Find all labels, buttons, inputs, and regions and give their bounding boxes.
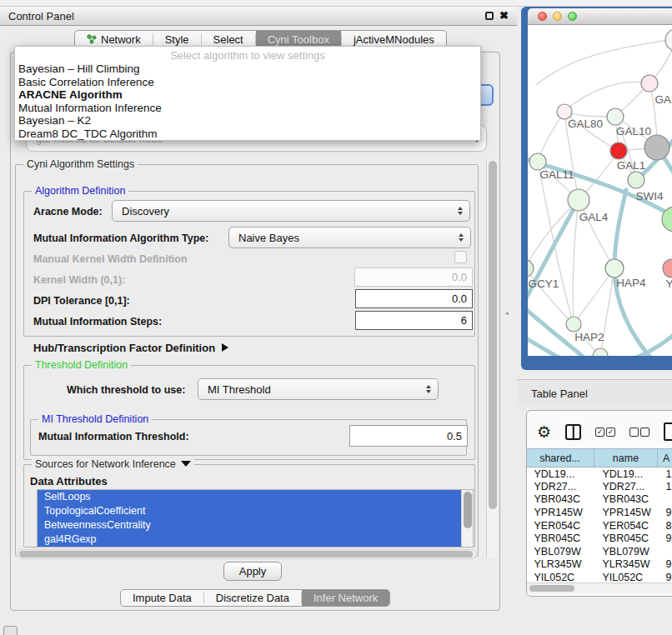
column-header-a[interactable]: A [658,449,672,468]
network-node-gcy1[interactable] [528,260,534,277]
settings-hscrollbar-thumb[interactable] [19,551,473,558]
combo-arrows-icon [459,233,464,242]
network-node-hap4[interactable] [605,259,624,278]
network-icon [87,34,97,44]
manual-kernel-checkbox[interactable] [454,251,467,263]
algorithm-option-bayesian-hill-climbing[interactable]: Bayesian – Hill Climbing [15,62,480,76]
tab-jactivemnodules[interactable]: jActiveMNodules [342,31,446,48]
zoom-traffic-light-icon[interactable] [568,12,577,21]
network-edge[interactable] [528,200,579,308]
close-icon[interactable]: ✖ [499,12,509,20]
kernel-width-field[interactable]: 0.0 [354,268,473,287]
tab-style[interactable]: Style [153,31,201,48]
table-cell: YDR27... [526,480,594,493]
table-cell: YDL19... [594,468,658,481]
table-hscrollbar-thumb[interactable] [529,585,574,592]
mi-threshold-field[interactable]: 0.5 [349,425,468,447]
gear-icon[interactable]: ⚙ [537,424,551,440]
table-row[interactable]: YLR345WYLR345W9. [526,558,672,572]
document-icon[interactable] [664,422,672,441]
network-node-gal1[interactable] [610,142,627,159]
network-edge[interactable] [611,327,672,356]
apply-button[interactable]: Apply [223,562,282,581]
close-traffic-light-icon[interactable] [538,12,547,21]
attribute-item-gal4rgexp[interactable]: gal4RGexp [38,532,473,547]
table-row[interactable]: YPR145WYPR145W9. [526,506,672,519]
column-header-name[interactable]: name [594,449,658,468]
algorithm-option-bayesian-k2[interactable]: Bayesian – K2 [15,114,480,128]
attribute-item-betweennesscentrality[interactable]: BetweennessCentrality [38,518,473,532]
expanded-arrow-icon [181,461,191,467]
algorithm-definition-title: Algorithm Definition [32,185,128,197]
network-node[interactable] [593,348,608,356]
algorithm-option-aracne-algorithm[interactable]: ARACNE Algorithm [15,88,480,102]
columns-icon[interactable] [565,424,581,440]
network-window-titlebar[interactable] [528,8,672,25]
network-node-swi4[interactable] [628,172,644,188]
attributes-scrollbar-thumb[interactable] [464,492,472,528]
algorithm-option-basic-correlation-inference[interactable]: Basic Correlation Inference [15,76,480,89]
tab-label: jActiveMNodules [354,33,434,46]
settings-scrollbar-track[interactable] [486,159,498,558]
settings-scrollbar-thumb[interactable] [489,161,497,509]
network-node-y[interactable] [663,259,672,278]
minimized-panel-icon[interactable] [3,626,18,635]
table-cell [658,545,672,558]
minimize-traffic-light-icon[interactable] [553,12,562,21]
node-label-gal10: GAL10 [616,125,651,138]
tab-select[interactable]: Select [202,31,255,48]
tab-cyni-toolbox[interactable]: Cyni Toolbox [256,31,341,48]
which-threshold-combo[interactable]: MI Threshold [198,378,439,400]
inference-algorithm-combo-button[interactable] [481,84,494,106]
network-node-gal[interactable] [641,75,658,92]
hub-definition-toggle[interactable]: Hub/Transcription Factor Definition [33,342,228,354]
node-label-gal: GAL [654,93,672,106]
tab-discretize-data[interactable]: Discretize Data [204,590,301,606]
table-row[interactable]: YBR045CYBR045C9. [526,532,672,545]
attributes-scrollbar-track[interactable] [461,490,473,547]
table-row[interactable]: YDR27...YDR27...12 [526,480,672,493]
network-edge[interactable] [574,268,614,324]
mi-type-combo[interactable]: Naive Bayes [228,227,471,248]
network-node[interactable] [644,135,669,160]
attribute-item-selfloops[interactable]: SelfLoops [38,490,473,504]
column-header-shared[interactable]: shared... [526,449,594,468]
network-canvas[interactable]: GALGAL80GAL10GAL1GAL11SWI4GAL4GCY1HAP4YH… [528,25,672,356]
table-row[interactable]: YBL079WYBL079W [526,545,672,558]
table-row[interactable]: YBR043CYBR043C [526,493,672,507]
network-node-gal10[interactable] [607,108,624,125]
which-threshold-label: Which threshold to use: [67,384,185,396]
tab-network[interactable]: Network [75,31,153,48]
sources-group-title[interactable]: Sources for Network Inference [32,458,194,470]
dpi-tolerance-field[interactable]: 0.0 [355,289,473,308]
algorithm-option-dream8-dc-tdc-algorithm[interactable]: Dream8 DC_TDC Algorithm [15,128,480,141]
tab-infer-network[interactable]: Infer Network [302,590,389,606]
combo-arrows-icon [458,207,463,215]
mi-type-label: Mutual Information Algorithm Type: [33,232,208,244]
algorithm-option-mutual-information-inference[interactable]: Mutual Information Inference [15,102,480,115]
hub-definition-label: Hub/Transcription Factor Definition [33,342,215,354]
mi-steps-field[interactable]: 6 [355,311,473,330]
aracne-mode-combo[interactable]: Discovery [112,200,470,222]
table-panel-header: Table Panel [517,379,672,407]
network-edge[interactable] [573,200,579,324]
tab-impute-data[interactable]: Impute Data [121,590,203,606]
network-node-gal11[interactable] [529,153,546,170]
float-window-icon[interactable] [485,12,494,20]
settings-hscrollbar-track[interactable] [17,549,477,559]
dpi-tolerance-label: DPI Tolerance [0,1]: [33,295,130,307]
network-node-gal4[interactable] [568,189,589,211]
table-row[interactable]: YDL19...YDL19...13 [526,468,672,481]
mi-threshold-group-title: MI Threshold Definition [38,413,152,425]
table-row[interactable]: YER054CYER054C8. [526,519,672,532]
control-panel-titlebar: Control Panel ✖ [0,7,517,26]
attribute-item-topologicalcoefficient[interactable]: TopologicalCoefficient [38,504,473,518]
deselect-all-checkboxes-icon[interactable] [629,428,649,437]
popup-prompt: Select algorithm to view settings [15,49,480,62]
network-node-hap2[interactable] [566,317,581,332]
panel-resize-grip[interactable]: ◂ [505,310,509,316]
select-all-checkboxes-icon[interactable]: ✓✓ [595,428,615,437]
control-panel-title: Control Panel [8,10,74,22]
table-hscrollbar-track[interactable] [527,582,672,593]
network-node[interactable] [665,29,672,51]
